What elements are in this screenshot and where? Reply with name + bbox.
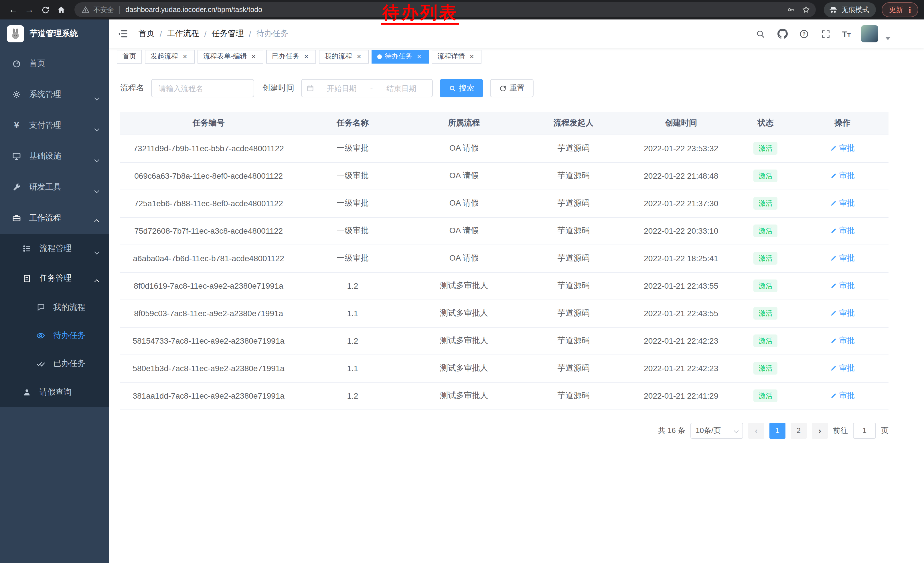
browser-update-button[interactable]: 更新 ⋮ xyxy=(882,2,918,17)
page-size-select[interactable]: 10条/页 xyxy=(690,422,743,438)
status-badge: 激活 xyxy=(753,334,777,347)
next-page-button[interactable]: › xyxy=(812,422,828,438)
table-row: 580e1b3d-7ac8-11ec-a9e2-a2380e71991a 1.1… xyxy=(120,354,888,382)
sidebar-item-process-mgmt[interactable]: 流程管理 xyxy=(0,234,109,263)
sidebar-item-infrastructure[interactable]: 基础设施 xyxy=(0,141,109,172)
sidebar-toggle-icon[interactable] xyxy=(109,20,137,48)
task-id: 725a1eb6-7b88-11ec-8ef0-acde48001122 xyxy=(120,189,297,217)
sidebar-item-payment-mgmt[interactable]: ¥ 支付管理 xyxy=(0,110,109,141)
browser-menu-icon[interactable]: ⋮ xyxy=(906,5,914,14)
bookmark-star-icon[interactable] xyxy=(799,2,813,17)
page-button-2[interactable]: 2 xyxy=(790,422,807,438)
process-name: 测试多审批人 xyxy=(408,327,519,354)
process-name: 测试多审批人 xyxy=(408,300,519,327)
sidebar-item-dev-tools[interactable]: 研发工具 xyxy=(0,172,109,203)
approve-button[interactable]: 审批 xyxy=(830,253,855,263)
table-row: 8f059c03-7ac8-11ec-a9e2-a2380e71991a 1.1… xyxy=(120,300,888,327)
create-time: 2022-01-22 21:48:48 xyxy=(627,162,735,189)
close-icon[interactable]: × xyxy=(250,53,258,60)
process-name-label: 流程名 xyxy=(120,83,144,93)
tab-start-process[interactable]: 发起流程 × xyxy=(145,50,195,63)
tab-form-edit[interactable]: 流程表单-编辑 × xyxy=(198,50,263,63)
help-icon[interactable]: ? xyxy=(798,28,810,39)
approve-button[interactable]: 审批 xyxy=(830,363,855,374)
breadcrumb-home[interactable]: 首页 xyxy=(138,29,154,39)
initiator: 芋道源码 xyxy=(520,382,627,410)
prev-page-button[interactable]: ‹ xyxy=(748,422,764,438)
sidebar-item-workflow[interactable]: 工作流程 xyxy=(0,203,109,234)
chevron-down-icon xyxy=(95,185,99,194)
approve-button[interactable]: 审批 xyxy=(830,143,855,153)
task-id: a6aba0a4-7b6d-11ec-b781-acde48001122 xyxy=(120,245,297,272)
avatar-caret-icon[interactable] xyxy=(885,37,891,40)
process-name-input[interactable] xyxy=(151,79,254,98)
sidebar-item-system-mgmt[interactable]: 系统管理 xyxy=(0,79,109,110)
sidebar-item-done-tasks[interactable]: 已办任务 xyxy=(0,349,109,377)
process-name: OA 请假 xyxy=(408,245,519,272)
sidebar-menu: 首页 系统管理 ¥ 支付管理 xyxy=(0,48,109,407)
user-avatar[interactable] xyxy=(861,25,878,42)
edit-icon xyxy=(830,310,837,317)
approve-button[interactable]: 审批 xyxy=(830,226,855,236)
search-button[interactable]: 搜索 xyxy=(440,79,483,98)
status-badge: 激活 xyxy=(753,197,777,210)
sidebar-item-home[interactable]: 首页 xyxy=(0,48,109,79)
approve-button[interactable]: 审批 xyxy=(830,171,855,181)
tab-process-detail[interactable]: 流程详情 × xyxy=(432,50,482,63)
close-icon[interactable]: × xyxy=(468,53,476,60)
browser-forward-icon[interactable]: → xyxy=(22,2,37,17)
tab-done-tasks[interactable]: 已办任务 × xyxy=(266,50,316,63)
font-size-icon[interactable]: TT xyxy=(842,30,851,38)
sidebar-item-todo-tasks[interactable]: 待办任务 xyxy=(0,321,109,349)
app-logo-row[interactable]: 芋道管理系统 xyxy=(0,20,109,48)
status-badge: 激活 xyxy=(753,224,777,237)
chevron-down-icon xyxy=(95,154,99,163)
process-name: OA 请假 xyxy=(408,162,519,189)
close-icon[interactable]: × xyxy=(181,53,189,60)
close-icon[interactable]: × xyxy=(355,53,363,60)
edit-icon xyxy=(830,365,837,372)
fullscreen-icon[interactable] xyxy=(820,28,831,39)
status-badge: 激活 xyxy=(753,279,777,293)
approve-button[interactable]: 审批 xyxy=(830,336,855,346)
github-icon[interactable] xyxy=(777,28,788,39)
tab-home[interactable]: 首页 xyxy=(117,50,142,63)
goto-page-input[interactable] xyxy=(853,422,876,438)
task-id: 8f0d1619-7ac8-11ec-a9e2-a2380e71991a xyxy=(120,272,297,300)
table-row: 8f0d1619-7ac8-11ec-a9e2-a2380e71991a 1.2… xyxy=(120,272,888,300)
page-button-1[interactable]: 1 xyxy=(770,422,786,438)
browser-back-icon[interactable]: ← xyxy=(6,2,21,17)
approve-button[interactable]: 审批 xyxy=(830,390,855,401)
password-key-icon[interactable] xyxy=(784,2,799,17)
sidebar-item-task-mgmt[interactable]: 任务管理 xyxy=(0,263,109,293)
date-range-picker[interactable]: - xyxy=(301,79,433,98)
sidebar-item-leave-query[interactable]: 请假查询 xyxy=(0,377,109,407)
end-date-input[interactable] xyxy=(375,84,428,93)
tab-todo-tasks[interactable]: 待办任务 × xyxy=(372,50,429,63)
tab-my-process[interactable]: 我的流程 × xyxy=(319,50,369,63)
yen-icon: ¥ xyxy=(12,120,22,131)
approve-button[interactable]: 审批 xyxy=(830,281,855,291)
browser-reload-icon[interactable] xyxy=(38,2,52,17)
search-icon[interactable] xyxy=(755,28,766,39)
url-text[interactable]: dashboard.yudao.iocoder.cn/bpm/task/todo xyxy=(125,6,784,14)
sidebar-item-my-process[interactable]: 我的流程 xyxy=(0,293,109,321)
breadcrumb-workflow[interactable]: 工作流程 xyxy=(167,29,199,39)
task-id: 58154733-7ac8-11ec-a9e2-a2380e71991a xyxy=(120,327,297,354)
close-icon[interactable]: × xyxy=(302,53,310,60)
pagination-total: 共 16 条 xyxy=(658,425,685,435)
task-name: 一级审批 xyxy=(297,162,408,189)
breadcrumb-task-mgmt[interactable]: 任务管理 xyxy=(212,29,244,39)
reset-button[interactable]: 重置 xyxy=(490,79,534,98)
address-bar[interactable]: 不安全 dashboard.yudao.iocoder.cn/bpm/task/… xyxy=(74,2,816,17)
security-label[interactable]: 不安全 xyxy=(93,5,114,15)
close-icon[interactable]: × xyxy=(415,53,423,60)
start-date-input[interactable] xyxy=(315,84,368,93)
approve-button[interactable]: 审批 xyxy=(830,308,855,318)
approve-button[interactable]: 审批 xyxy=(830,198,855,209)
browser-home-icon[interactable] xyxy=(54,2,69,17)
task-name: 1.1 xyxy=(297,300,408,327)
process-name: OA 请假 xyxy=(408,217,519,245)
col-status: 状态 xyxy=(735,112,796,135)
clipboard-icon xyxy=(22,273,32,284)
